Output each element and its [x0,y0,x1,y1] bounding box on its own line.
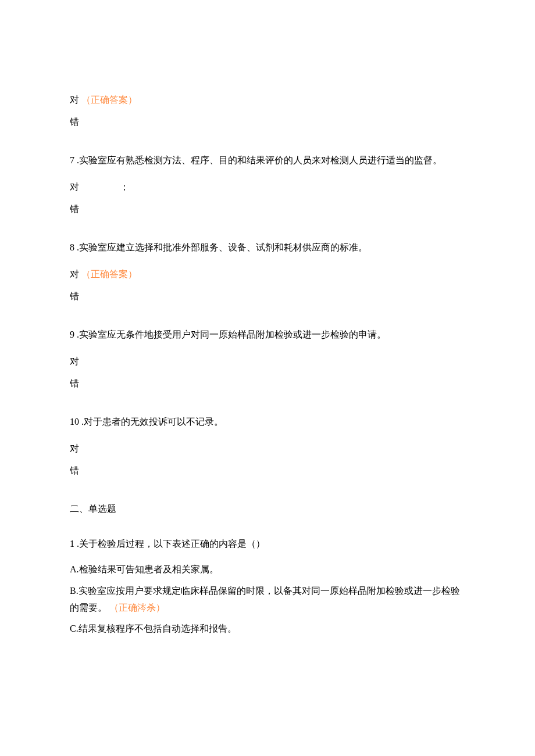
s2q1-option-c: C.结果复核程序不包括自动选择和报告。 [70,621,465,637]
q10-question: 10 .对于患者的无效投诉可以不记录。 [70,413,465,431]
s2q1-optC-text: C.结果复核程序不包括自动选择和报告。 [70,624,237,633]
q8-sep: . [74,242,79,252]
s2q1-sep: . [74,539,79,549]
q6-correct-label: （正确答案） [81,95,137,105]
q10-number: 10 [70,417,79,427]
q7-true-text: 对 [70,182,79,192]
q10-option-false: 错 [70,464,465,478]
q9-option-true: 对 [70,354,465,368]
q7-option-false: 错 [70,202,465,216]
q8-text: 实验室应建立选择和批准外部服务、设备、试剂和耗材供应商的标准。 [79,242,368,252]
section2-header: 二、单选题 [70,502,465,516]
q7-question: 7 .实验室应有熟悉检测方法、程序、目的和结果评价的人员来对检测人员进行适当的监… [70,151,465,170]
q7-sep: . [74,155,79,165]
q7-punct: ； [120,182,129,192]
q9-false-text: 错 [70,378,79,388]
q6-true-text: 对 [70,95,79,105]
q9-option-false: 错 [70,377,465,390]
q7-text: 实验室应有熟悉检测方法、程序、目的和结果评价的人员来对检测人员进行适当的监督。 [79,155,442,165]
s2q1-optA-text: A.检验结果可告知患者及相关家属。 [70,564,219,574]
q8-option-true: 对 （正确答案） [70,267,465,281]
s2q1-text: 关于检验后过程，以下表述正确的内容是（） [79,539,265,549]
s2q1-option-b: B.实验室应按用户要求规定临床样品保留的时限，以备其对同一原始样品附加检验或进一… [70,583,465,617]
q9-number: 9 [70,329,74,339]
q8-false-text: 错 [70,291,79,301]
q10-text: 对于患者的无效投诉可以不记录。 [84,417,223,427]
s2q1-number: 1 [70,539,74,549]
q6-false-text: 错 [70,117,79,127]
s2q1-option-a: A.检验结果可告知患者及相关家属。 [70,561,465,578]
q7-false-text: 错 [70,204,79,214]
s2q1-question: 1 .关于检验后过程，以下表述正确的内容是（） [70,537,465,551]
q10-sep: . [79,417,84,427]
q8-true-text: 对 [70,269,79,279]
q7-option-true: 对； [70,180,465,194]
document-page: 对 （正确答案） 错 7 .实验室应有熟悉检测方法、程序、目的和结果评价的人员来… [0,0,535,712]
q9-true-text: 对 [70,356,79,366]
q10-option-true: 对 [70,442,465,456]
q7-number: 7 [70,155,74,165]
q8-question: 8 .实验室应建立选择和批准外部服务、设备、试剂和耗材供应商的标准。 [70,238,465,257]
section2-header-text: 二、单选题 [70,504,116,514]
q6-option-true: 对 （正确答案） [70,93,465,107]
q6-option-false: 错 [70,115,465,129]
q8-correct-label: （正确答案） [81,269,137,279]
q10-false-text: 错 [70,465,79,475]
q9-question: 9 .实验室应无条件地接受用户对同一原始样品附加检验或进一步检验的申请。 [70,325,465,344]
q8-number: 8 [70,242,74,252]
q10-true-text: 对 [70,443,79,453]
q8-option-false: 错 [70,289,465,303]
q9-text: 实验室应无条件地接受用户对同一原始样品附加检验或进一步检验的申请。 [79,329,386,339]
s2q1-optB-correct: （正确涔杀） [109,603,165,612]
q9-sep: . [74,329,79,339]
